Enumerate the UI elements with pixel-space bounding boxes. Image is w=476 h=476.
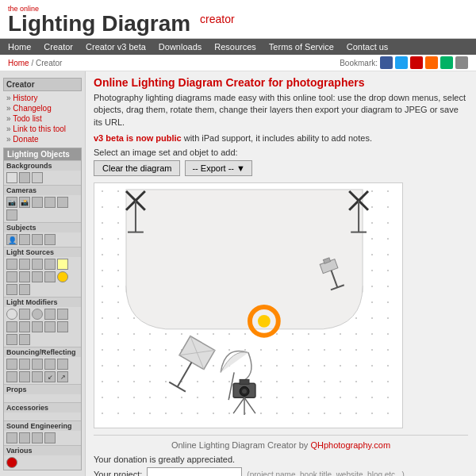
lo-lm-item[interactable] (19, 309, 30, 320)
sidebar-item-history[interactable]: History (3, 93, 82, 103)
diagram-canvas[interactable] (94, 182, 403, 428)
export-chevron-icon: ▼ (236, 163, 245, 173)
lo-br-item[interactable] (57, 359, 68, 370)
bookmark-digg-icon[interactable] (440, 56, 453, 69)
lo-br-item[interactable] (32, 371, 43, 382)
lo-lm-item[interactable] (32, 321, 43, 332)
lo-subject-item[interactable] (19, 234, 30, 245)
lo-se-item[interactable] (6, 432, 17, 443)
lo-se-item[interactable] (44, 432, 56, 443)
lo-lm-item[interactable] (6, 309, 17, 320)
nav-contact[interactable]: Contact us (347, 42, 389, 52)
lo-br-item[interactable] (6, 371, 17, 382)
lo-lm-item[interactable] (57, 321, 68, 332)
lo-subject-item[interactable] (44, 234, 56, 245)
site-title: Lighting Diagram creator (8, 13, 468, 35)
lo-lm-item[interactable] (57, 309, 68, 320)
lo-br-item[interactable]: ↗ (57, 371, 68, 382)
lo-ls-item[interactable] (44, 259, 56, 270)
lo-items-subjects: 👤 (4, 232, 81, 247)
lo-bg-item[interactable] (32, 172, 43, 183)
project-row: Your project: (project name, book title,… (94, 467, 468, 476)
lo-cat-light-modifiers: Light Modifiers (4, 297, 81, 307)
lo-camera-item[interactable] (44, 197, 56, 208)
lo-items-various (4, 455, 81, 470)
project-hint: (project name, book title, website, blog… (247, 470, 404, 476)
lo-ls-item[interactable] (19, 259, 30, 270)
donation-text: Your donation is greatly appreciated. (94, 455, 468, 464)
nav-downloads[interactable]: Downloads (159, 42, 202, 52)
lo-panel-title: Lighting Objects (4, 148, 81, 160)
export-button[interactable]: -- Export -- ▼ (185, 160, 251, 176)
bookmark-more-icon[interactable] (455, 56, 468, 69)
lo-ls-item[interactable] (57, 271, 68, 282)
bookmark-twitter-icon[interactable] (395, 56, 408, 69)
lo-ls-item[interactable] (44, 271, 56, 282)
lo-lm-item[interactable] (44, 321, 56, 332)
lo-ls-item[interactable] (32, 271, 43, 282)
project-label: Your project: (94, 470, 142, 476)
sidebar-item-changelog[interactable]: Changelog (3, 103, 82, 113)
lo-camera-item[interactable]: 📷 (6, 197, 17, 208)
lo-cat-sound: Sound Engineering (4, 420, 81, 431)
title-sub: creator (200, 13, 235, 25)
sidebar-item-todo[interactable]: Todo list (3, 113, 82, 124)
lo-ls-item[interactable] (19, 284, 30, 295)
lo-lm-item[interactable] (19, 334, 30, 345)
bookmark-google-icon[interactable] (410, 56, 423, 69)
lo-cat-various: Various (4, 445, 81, 455)
nav-home[interactable]: Home (8, 42, 31, 52)
lo-camera-item[interactable] (32, 197, 43, 208)
lo-cat-subjects: Subjects (4, 222, 81, 232)
lo-lm-item[interactable] (32, 309, 43, 320)
lo-bg-item[interactable] (6, 172, 17, 183)
lo-br-item[interactable] (6, 359, 17, 370)
lo-ls-item[interactable] (32, 259, 43, 270)
nav-resources[interactable]: Resources (214, 42, 256, 52)
sidebar-item-link[interactable]: Link to this tool (3, 124, 82, 134)
lo-camera-item[interactable] (57, 197, 68, 208)
lo-br-item[interactable]: ↙ (44, 371, 56, 382)
beta-label: v3 beta is now public (94, 133, 182, 143)
lo-camera-item[interactable] (6, 209, 17, 221)
breadcrumb-home[interactable]: Home (8, 59, 29, 67)
nav-creator[interactable]: Creator (44, 42, 73, 52)
project-input[interactable] (147, 467, 242, 476)
canvas-svg (94, 183, 402, 428)
lo-br-item[interactable] (32, 359, 43, 370)
lo-se-item[interactable] (32, 432, 43, 443)
lo-br-item[interactable] (19, 371, 30, 382)
lo-lm-item[interactable] (44, 309, 56, 320)
lo-lm-item[interactable] (6, 334, 17, 345)
breadcrumb: Home / Creator Bookmark: (0, 55, 476, 71)
bookmark-facebook-icon[interactable] (380, 56, 393, 69)
lo-br-item[interactable] (44, 359, 56, 370)
lighting-objects-panel: Lighting Objects Backgrounds Cameras 📷 📸… (3, 148, 82, 470)
clear-diagram-button[interactable]: Clear the diagram (94, 160, 180, 176)
nav-tos[interactable]: Terms of Service (269, 42, 334, 52)
lo-lm-item[interactable] (6, 321, 17, 332)
lo-camera-item[interactable]: 📸 (19, 197, 30, 208)
lo-ls-item[interactable] (57, 259, 68, 270)
lo-bg-item[interactable] (19, 172, 30, 183)
lo-se-item[interactable] (19, 432, 30, 443)
sidebar-item-donate[interactable]: Donate (3, 134, 82, 144)
lo-br-item[interactable] (19, 359, 30, 370)
lo-ls-item[interactable] (6, 259, 17, 270)
export-label: -- Export -- (192, 163, 234, 173)
lo-lm-item[interactable] (19, 321, 30, 332)
lo-v-item[interactable] (6, 457, 17, 468)
lo-ls-item[interactable] (6, 271, 17, 282)
lo-subject-item[interactable] (32, 234, 43, 245)
lo-items-backgrounds (4, 171, 81, 185)
lo-items-bouncing: ↙ ↗ (4, 357, 81, 384)
sidebar-menu: History Changelog Todo list Link to this… (3, 93, 82, 144)
footer-site-link[interactable]: QHphotography.com (310, 440, 390, 450)
lo-ls-item[interactable] (6, 284, 17, 295)
content-description: Photography lighting diagrams made easy … (94, 92, 468, 129)
lo-ls-item[interactable] (19, 271, 30, 282)
bookmark-reddit-icon[interactable] (425, 56, 438, 69)
svg-point-24 (242, 389, 247, 393)
lo-subject-item[interactable]: 👤 (6, 234, 17, 245)
nav-creator-v3[interactable]: Creator v3 beta (86, 42, 146, 52)
